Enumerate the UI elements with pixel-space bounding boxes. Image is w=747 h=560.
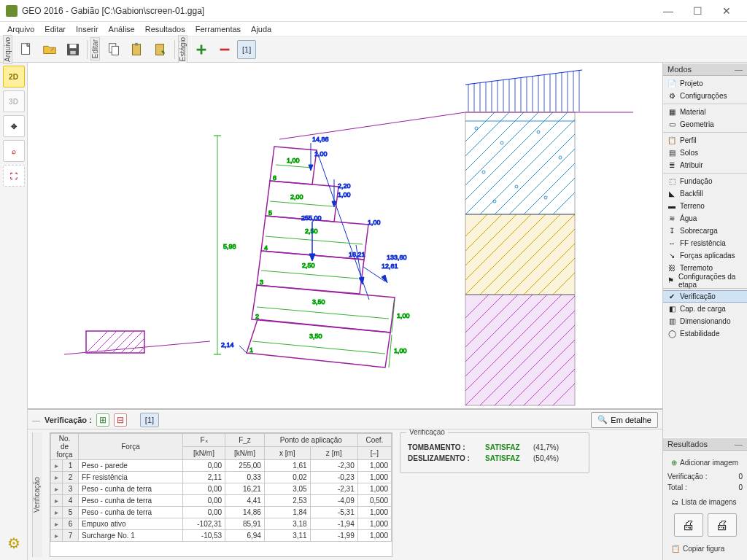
modos-icon: ◯: [667, 330, 676, 338]
rp-modos-header[interactable]: Modos―: [663, 63, 747, 76]
svg-text:1: 1: [249, 346, 253, 354]
detail-button[interactable]: 🔍 Em detalhe: [591, 412, 658, 428]
modos-icon: 📋: [667, 136, 676, 145]
new-file-button[interactable]: [15, 39, 37, 61]
svg-line-104: [257, 307, 389, 319]
table-row[interactable]: ▸4Peso - cunha de terra0,004,412,53-4,09…: [51, 495, 392, 507]
table-row[interactable]: ▸7Surcharge No. 1-10,536,943,11-1,991,00…: [51, 530, 392, 542]
close-button[interactable]: ✕: [712, 0, 741, 22]
table-row[interactable]: ▸5Peso - cunha de terra0,0014,861,84-5,3…: [51, 507, 392, 518]
svg-line-10: [86, 331, 108, 353]
view-3d-button[interactable]: 3D: [3, 90, 25, 112]
svg-rect-2: [69, 44, 76, 47]
zoom-window-button[interactable]: ⌕: [3, 140, 25, 162]
paste-button[interactable]: [126, 39, 148, 61]
svg-point-38: [544, 196, 547, 199]
svg-text:4: 4: [264, 244, 268, 252]
svg-line-28: [509, 149, 575, 214]
modos-item-projeto[interactable]: 📄Projeto: [663, 77, 747, 90]
menu-editar[interactable]: Editar: [40, 25, 70, 34]
app-icon: [6, 5, 18, 17]
svg-point-37: [515, 185, 518, 188]
drawing-canvas[interactable]: 6 5 4 3 2 1 1,00 2,00 2,50 2,50 3,50 3,5…: [28, 63, 662, 410]
svg-line-98: [270, 201, 333, 206]
pan-button[interactable]: ✥: [3, 115, 25, 137]
minimize-button[interactable]: ―: [654, 0, 683, 22]
copy-figure-button[interactable]: 📋Copiar figura: [667, 541, 743, 556]
stage-label: [1]: [242, 45, 251, 54]
svg-rect-3: [70, 50, 75, 54]
svg-rect-6: [133, 44, 141, 55]
bp-remove-button[interactable]: ⊟: [114, 413, 127, 427]
maximize-button[interactable]: ☐: [683, 0, 712, 22]
verification-result-box: Verificação TOMBAMENTO :SATISFAZ(41,7%) …: [400, 432, 589, 473]
left-settings-button[interactable]: ⚙: [3, 532, 25, 554]
forces-table[interactable]: No.de força Força Fₓ F_z Ponto de aplica…: [50, 432, 392, 557]
modos-item-funda-o[interactable]: ⬚Fundação: [663, 175, 747, 187]
svg-text:12,61: 12,61: [382, 262, 398, 270]
modos-item-sobrecarga[interactable]: ↧Sobrecarga: [663, 225, 747, 237]
menu-ajuda[interactable]: Ajuda: [247, 25, 276, 34]
svg-rect-8: [156, 44, 164, 55]
modos-item--gua[interactable]: ≋Água: [663, 212, 747, 225]
svg-line-22: [465, 112, 553, 200]
modos-item-configura-es[interactable]: ⚙Configurações: [663, 90, 747, 102]
surcharge-arrows: [465, 70, 582, 112]
modos-item-terreno[interactable]: ▬Terreno: [663, 200, 747, 212]
remove-stage-button[interactable]: [214, 39, 236, 61]
svg-line-13: [112, 331, 134, 353]
modos-item-backfill[interactable]: ◣Backfill: [663, 187, 747, 200]
bp-title: Verificação :: [44, 416, 92, 424]
modos-item-perfil[interactable]: 📋Perfil: [663, 134, 747, 147]
paste-special-button[interactable]: [150, 39, 171, 61]
stage-1-button[interactable]: [1]: [237, 40, 256, 59]
modos-icon: 📄: [667, 79, 676, 88]
bp-side-tab[interactable]: Verificação: [32, 432, 42, 557]
toolbar-tab-editar[interactable]: Editar: [90, 37, 100, 61]
menu-analise[interactable]: Análise: [104, 25, 139, 34]
modos-item-solos[interactable]: ▤Solos: [663, 147, 747, 159]
bp-add-button[interactable]: ⊞: [96, 413, 109, 427]
menu-ferramentas[interactable]: Ferramentas: [191, 25, 245, 34]
modos-item-configura-es-da-etapa[interactable]: ⚑Configurações da etapa: [663, 274, 747, 287]
rp-resultados-header[interactable]: Resultados―: [663, 438, 747, 451]
svg-text:1,00: 1,00: [314, 150, 328, 158]
table-row[interactable]: ▸2FF resistência2,110,330,02-0,231,000: [51, 472, 392, 483]
modos-item-ff-resist-ncia[interactable]: ↔FF resistência: [663, 237, 747, 249]
modos-item-material[interactable]: ▦Material: [663, 106, 747, 118]
open-file-button[interactable]: [39, 39, 61, 61]
toolbar-tab-arquivo[interactable]: Arquivo: [3, 35, 12, 64]
svg-rect-17: [465, 112, 575, 214]
table-row[interactable]: ▸1Peso - parede0,00255,001,61-2,301,000: [51, 460, 392, 472]
modos-icon: ▤: [667, 149, 676, 158]
view-2d-button[interactable]: 2D: [3, 66, 25, 88]
table-row[interactable]: ▸6Empuxo ativo-102,3185,913,18-1,941,000: [51, 518, 392, 530]
print-pdf-button[interactable]: 🖨: [708, 513, 737, 537]
bp-stage-button[interactable]: [1]: [140, 413, 159, 427]
menu-resultados[interactable]: Resultados: [141, 25, 190, 34]
image-list-button[interactable]: 🗂Lista de imagens: [667, 494, 743, 509]
add-stage-button[interactable]: [190, 39, 212, 61]
modos-item-for-as-aplicadas[interactable]: ↘Forças aplicadas: [663, 249, 747, 262]
svg-text:2,50: 2,50: [302, 262, 315, 269]
save-file-button[interactable]: [62, 39, 84, 61]
table-row[interactable]: ▸3Peso - cunha de terra0,0016,213,05-2,3…: [51, 483, 392, 495]
left-soil-block: [86, 331, 144, 353]
modos-item-verifica-o[interactable]: ✔Verificação: [663, 290, 747, 303]
modos-item-estabilidade[interactable]: ◯Estabilidade: [663, 327, 747, 340]
svg-line-30: [538, 178, 575, 214]
menu-arquivo[interactable]: Arquivo: [3, 25, 39, 34]
modos-icon: ↘: [667, 252, 676, 260]
modos-icon: ▦: [667, 108, 676, 117]
add-image-button[interactable]: ⊕Adicionar imagem: [667, 455, 743, 470]
modos-item-cap-de-carga[interactable]: ◧Cap. de carga: [663, 303, 747, 315]
svg-rect-7: [135, 42, 138, 45]
toolbar-tab-estagio[interactable]: Estágio: [178, 35, 187, 63]
copy-button[interactable]: [103, 39, 125, 61]
modos-item-geometria[interactable]: ▭Geometria: [663, 118, 747, 131]
zoom-extents-button[interactable]: ⛶: [3, 165, 25, 187]
print-button[interactable]: 🖨: [674, 513, 703, 537]
modos-item-atribuir[interactable]: ≣Atribuir: [663, 159, 747, 171]
modos-item-dimensionando[interactable]: ▥Dimensionando: [663, 315, 747, 327]
menu-inserir[interactable]: Inserir: [71, 25, 103, 34]
